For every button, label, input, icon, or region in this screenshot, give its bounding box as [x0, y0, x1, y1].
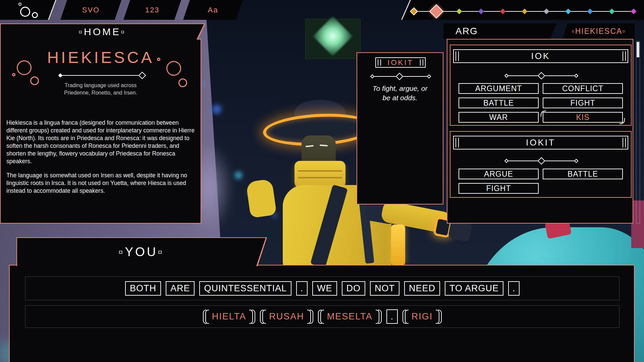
dictionary-panel: IOK ARGUMENT CONFLICT BATTLE FIGHT WAR K… — [447, 39, 633, 224]
timeline-marker[interactable] — [609, 9, 615, 14]
tab-you[interactable]: ▫YOU▫ — [16, 237, 267, 266]
translation-button[interactable]: BATTLE — [459, 98, 539, 108]
decor-circle — [157, 58, 160, 61]
bokeh-light — [235, 172, 242, 179]
sentence-word[interactable]: TO ARGUE — [445, 281, 503, 296]
sentence-word[interactable]: NEED — [404, 281, 440, 296]
menu-tab-svo[interactable]: SVO — [60, 0, 121, 20]
timeline-markers[interactable] — [402, 0, 644, 20]
entry-word: IOKIT — [526, 137, 555, 148]
timeline-marker[interactable] — [566, 9, 571, 14]
timeline-marker[interactable] — [457, 9, 462, 14]
sentence-word[interactable]: BOTH — [125, 281, 161, 296]
bracket-ornament-right — [250, 309, 255, 324]
translated-word[interactable]: RUSAH — [260, 309, 313, 324]
language-subtitle-line2: Priedenne, Ronetto, and Irsen. — [1, 89, 201, 97]
molecule-icon-dot — [18, 3, 21, 6]
bracket-ornament-right — [436, 309, 442, 324]
svo-tab-label: SVO — [82, 6, 100, 14]
entry-slider[interactable] — [506, 75, 576, 76]
sentence-word[interactable]: ARE — [166, 281, 195, 296]
slider-diamond — [574, 159, 579, 163]
sentence-panel: BOTH ARE QUINTESSENTIAL . WE DO NOT NEED… — [9, 265, 635, 362]
home-panel: HIEKIESCA Trading language used across P… — [0, 39, 201, 224]
decor-circle — [17, 60, 32, 75]
tooltip-word-box: IOKIT — [375, 57, 426, 68]
entry-slider[interactable] — [506, 161, 576, 161]
language-description-paragraph-2: The language is somewhat used on Irsen a… — [6, 172, 195, 195]
sentence-period[interactable]: . — [508, 281, 520, 296]
dictionary-entry-iokit: IOKIT ARGUE BATTLE FIGHT — [450, 131, 632, 198]
dictionary-scrollbar[interactable] — [636, 41, 640, 224]
molecule-icon-big-circle — [20, 7, 30, 17]
molecule-icon-small-circle — [32, 12, 38, 18]
symbols-icon — [0, 0, 55, 20]
timeline-marker[interactable] — [500, 9, 506, 14]
translated-period[interactable]: . — [386, 309, 398, 324]
timeline-marker[interactable] — [544, 9, 549, 14]
translation-button[interactable]: BATTLE — [543, 169, 623, 179]
timeline-marker[interactable] — [631, 9, 637, 14]
sentence-period[interactable]: . — [296, 281, 308, 296]
slider-diamond — [538, 157, 545, 165]
menu-tab-symbols[interactable] — [0, 0, 56, 20]
translated-word-label: MESELTA — [324, 309, 376, 324]
menu-tab-letters[interactable]: Aa — [183, 0, 243, 20]
divider-diamond — [58, 73, 63, 78]
translation-button[interactable]: CONFLICT — [543, 83, 623, 94]
timeline-band-inner — [402, 0, 644, 20]
translation-button[interactable]: ARGUMENT — [459, 83, 539, 94]
tooltip-definition-line1: To fight, argue, or — [357, 84, 443, 93]
home-tab-label: ▫HOME▫ — [78, 26, 126, 38]
scrollbar-thumb[interactable] — [637, 42, 639, 57]
translation-grid: ARGUE BATTLE FIGHT — [459, 169, 623, 194]
timeline-marker[interactable] — [429, 4, 443, 18]
timeline-marker[interactable] — [587, 9, 593, 14]
sentence-word[interactable]: QUINTESSENTIAL — [199, 281, 291, 296]
timeline-band — [401, 0, 644, 20]
tab-hiekiesca-language[interactable]: ▫HIEKIESCA▫ — [563, 23, 635, 39]
translated-sentence-row: HIELTA RUSAH MESELTA . RIGI — [25, 305, 620, 328]
tooltip-slider — [372, 76, 429, 77]
slider-diamond — [538, 72, 545, 80]
translation-button[interactable]: FIGHT — [459, 183, 539, 194]
translation-button-highlighted[interactable]: KIS — [543, 112, 623, 123]
entry-word-box[interactable]: IOKIT — [453, 136, 628, 149]
translation-grid: ARGUMENT CONFLICT BATTLE FIGHT WAR KIS — [459, 83, 623, 123]
numbers-tab-label: 123 — [145, 6, 160, 14]
slider-diamond — [427, 74, 431, 79]
bokeh-light — [212, 105, 221, 114]
tooltip-word: IOKIT — [387, 58, 413, 67]
translated-word[interactable]: MESELTA — [318, 309, 382, 324]
language-subtitle-line1: Trading language used across — [1, 82, 201, 89]
mask-stripe — [298, 177, 342, 178]
dictionary-entry-iok: IOK ARGUMENT CONFLICT BATTLE FIGHT WAR K… — [450, 45, 632, 126]
translated-word-label: RIGI — [408, 309, 436, 324]
slider-diamond — [370, 74, 375, 79]
translation-button[interactable]: ARGUE — [459, 169, 539, 179]
translated-word[interactable]: HIELTA — [203, 309, 256, 324]
translated-word[interactable]: RIGI — [402, 309, 442, 324]
tooltip-definition-line2: be at odds. — [357, 93, 443, 103]
tab-arg-category[interactable]: ARG — [443, 23, 557, 39]
sentence-word[interactable]: NOT — [370, 281, 399, 296]
slider-diamond — [574, 74, 579, 78]
divider-diamond — [139, 72, 146, 79]
translation-button[interactable]: FIGHT — [543, 98, 623, 108]
tab-home[interactable]: ▫HOME▫ — [0, 23, 205, 40]
timeline-marker[interactable] — [522, 9, 528, 14]
character-face — [302, 135, 336, 165]
word-tooltip: IOKIT To fight, argue, or be at odds. — [357, 52, 443, 204]
sentence-word[interactable]: WE — [312, 281, 337, 296]
menu-tab-numbers[interactable]: 123 — [123, 0, 181, 20]
timeline-marker[interactable] — [478, 9, 484, 14]
arg-tab-label: ARG — [455, 26, 478, 37]
bracket-ornament-left — [203, 309, 209, 324]
bracket-ornament-left — [260, 309, 266, 324]
you-tab-label: ▫YOU▫ — [118, 245, 164, 259]
entry-word-box[interactable]: IOK — [453, 49, 628, 63]
decor-circle — [12, 73, 15, 76]
sentence-word[interactable]: DO — [342, 281, 366, 296]
translation-button[interactable]: WAR — [459, 112, 539, 123]
timeline-marker[interactable] — [410, 7, 418, 15]
